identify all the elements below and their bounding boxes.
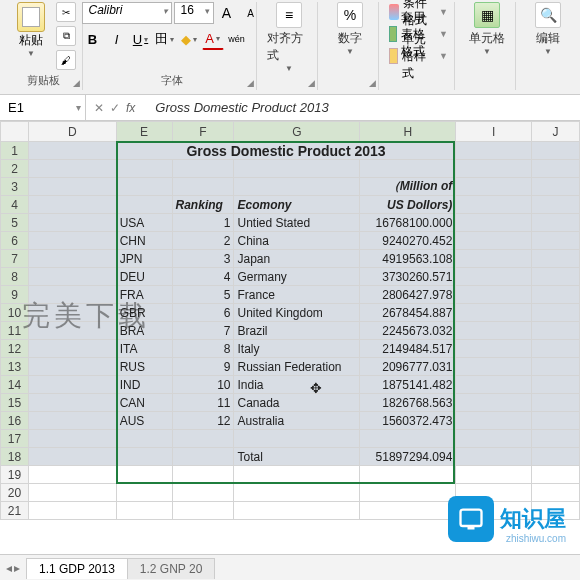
cell[interactable] [234,502,360,520]
fill-color-button[interactable]: ◆ [178,28,200,50]
cell[interactable]: 1826768.563 [360,394,456,412]
cell[interactable] [28,214,116,232]
cell[interactable] [456,430,532,448]
cell[interactable] [532,142,580,160]
cell[interactable] [532,196,580,214]
font-size-select[interactable]: 16 [174,2,214,24]
cell[interactable] [456,250,532,268]
row-header[interactable]: 15 [1,394,29,412]
cell[interactable] [28,232,116,250]
cell[interactable] [456,178,532,196]
cell[interactable]: JPN [116,250,172,268]
sheet-tab-active[interactable]: 1.1 GDP 2013 [26,558,128,579]
cell[interactable]: 4919563.108 [360,250,456,268]
copy-button[interactable]: ⧉ [56,26,76,46]
cell[interactable] [532,304,580,322]
cell[interactable] [28,160,116,178]
cell[interactable] [116,484,172,502]
cells-button[interactable]: ▦ 单元格 ▼ [465,2,509,56]
cell[interactable] [28,430,116,448]
cell[interactable] [456,142,532,160]
cell[interactable] [172,502,234,520]
cell[interactable] [234,430,360,448]
cell[interactable]: China [234,232,360,250]
grid-row[interactable]: 4RankingEcomonyUS Dollors) [1,196,580,214]
grid-row[interactable]: 3（Million of [1,178,580,196]
name-box[interactable]: E1 [0,95,86,120]
cell[interactable]: BRA [116,322,172,340]
grid-row[interactable]: 16AUS12Australia1560372.473 [1,412,580,430]
grid-row[interactable]: 17 [1,430,580,448]
tab-nav-next[interactable]: ▸ [14,561,20,575]
cell[interactable] [360,430,456,448]
grid-row[interactable]: 6CHN2China9240270.452 [1,232,580,250]
cell[interactable] [532,376,580,394]
cell[interactable]: FRA [116,286,172,304]
cell[interactable]: 16768100.000 [360,214,456,232]
cell[interactable]: Ecomony [234,196,360,214]
cell[interactable]: Germany [234,268,360,286]
row-header[interactable]: 10 [1,304,29,322]
sheet-tab[interactable]: 1.2 GNP 20 [127,558,215,579]
cell[interactable]: DEU [116,268,172,286]
cell[interactable] [234,160,360,178]
cell[interactable] [28,304,116,322]
fx-button[interactable]: fx [126,101,135,115]
cell[interactable] [172,484,234,502]
cell[interactable] [28,142,116,160]
cell[interactable]: Untied Stated [234,214,360,232]
cell[interactable] [532,340,580,358]
phonetic-button[interactable]: wén [226,28,248,50]
cell[interactable] [28,196,116,214]
cell[interactable]: Japan [234,250,360,268]
cell[interactable] [116,502,172,520]
row-header[interactable]: 7 [1,250,29,268]
cell[interactable]: 3730260.571 [360,268,456,286]
cell[interactable]: 2678454.887 [360,304,456,322]
cell[interactable]: 10 [172,376,234,394]
cell[interactable]: France [234,286,360,304]
cell[interactable]: 3 [172,250,234,268]
row-header[interactable]: 3 [1,178,29,196]
row-header[interactable]: 20 [1,484,29,502]
cell[interactable] [28,394,116,412]
select-all-corner[interactable] [1,122,29,142]
grid-row[interactable]: 11BRA7Brazil2245673.032 [1,322,580,340]
cell[interactable]: IND [116,376,172,394]
grid-row[interactable]: 13RUS9Russian Federation2096777.031 [1,358,580,376]
cell[interactable] [456,160,532,178]
cell[interactable]: 2149484.517 [360,340,456,358]
cell[interactable] [532,322,580,340]
cell[interactable] [532,160,580,178]
cell[interactable] [28,376,116,394]
cell[interactable] [532,412,580,430]
cell[interactable] [28,466,116,484]
cell[interactable] [456,340,532,358]
cell[interactable] [234,466,360,484]
grow-font-button[interactable]: A [216,2,238,24]
cell[interactable] [532,214,580,232]
cell[interactable] [28,322,116,340]
cell[interactable] [456,448,532,466]
clipboard-launcher[interactable]: ◢ [73,78,80,88]
grid-row[interactable]: 19 [1,466,580,484]
col-header[interactable]: D [28,122,116,142]
paste-button[interactable]: 粘贴 ▼ [10,2,52,70]
grid-row[interactable]: 5USA1Untied Stated16768100.000 [1,214,580,232]
cell[interactable] [28,268,116,286]
cell[interactable]: 9 [172,358,234,376]
cell[interactable]: Russian Federation [234,358,360,376]
align-launcher[interactable]: ◢ [308,78,315,88]
cell[interactable] [116,160,172,178]
cell-style-button[interactable]: 单元格样式▼ [389,46,448,66]
cell[interactable]: Gross Domestic Product 2013 [116,142,456,160]
row-header[interactable]: 6 [1,232,29,250]
cell[interactable]: 1875141.482 [360,376,456,394]
cell[interactable] [28,484,116,502]
grid-row[interactable]: 10GBR6United Kingdom2678454.887 [1,304,580,322]
cell[interactable] [456,394,532,412]
cell[interactable] [172,178,234,196]
cell[interactable] [532,466,580,484]
cell[interactable]: 2096777.031 [360,358,456,376]
tab-nav-prev[interactable]: ◂ [6,561,12,575]
